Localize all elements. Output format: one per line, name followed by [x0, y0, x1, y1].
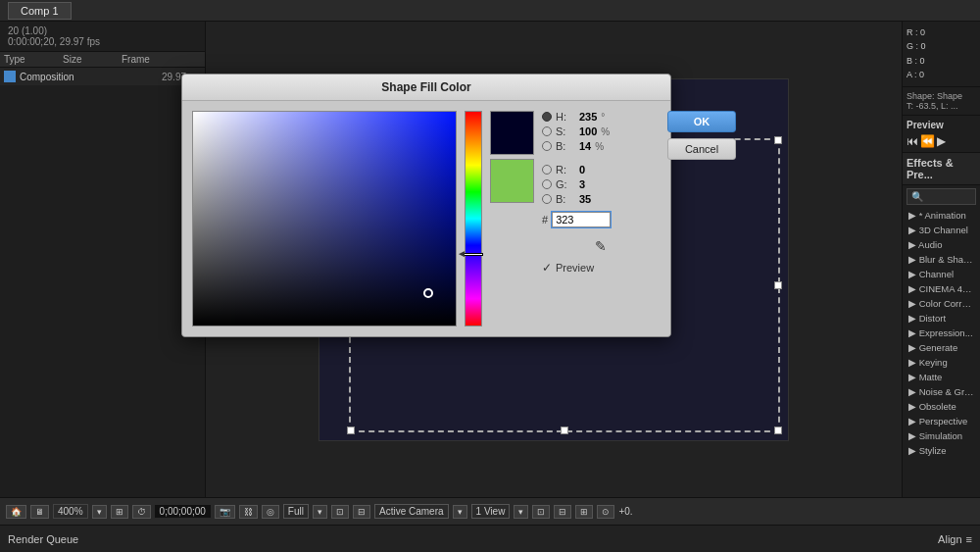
effects-search[interactable] [906, 188, 976, 205]
g-radio[interactable] [542, 179, 552, 189]
active-camera-selector[interactable]: Active Camera [374, 504, 449, 519]
b-label-dlg: B: [556, 193, 575, 205]
effects-item[interactable]: ▶ Channel [903, 267, 980, 281]
handle-bot-left[interactable] [347, 427, 355, 434]
effects-item[interactable]: ▶ Color Corre... [903, 296, 980, 311]
very-bottom-bar: Render Queue Align ≡ [0, 525, 980, 552]
zoom-display[interactable]: 400% [53, 504, 88, 519]
roi-btn[interactable]: ⊡ [331, 505, 349, 519]
file-icon [4, 71, 16, 82]
effects-list: ▶ * Animation▶ 3D Channel▶ Audio▶ Blur &… [903, 208, 980, 458]
effects-item[interactable]: ▶ Keying [903, 355, 980, 370]
r-label: R : [906, 27, 918, 37]
hex-input[interactable] [552, 212, 611, 227]
res-dropdown[interactable]: ▾ [313, 505, 327, 519]
zoom-dropdown[interactable]: ▾ [92, 505, 107, 519]
b-radio[interactable] [542, 194, 552, 204]
b-value: 35 [579, 193, 591, 205]
effects-item[interactable]: ▶ CINEMA 4D... [903, 281, 980, 296]
preview-back[interactable]: ⏪ [920, 134, 935, 148]
camera-btn[interactable]: 📷 [215, 505, 235, 519]
effects-label: Effects & Pre... [906, 157, 976, 180]
hue-arrow: ◄ [457, 248, 466, 259]
effects-item[interactable]: ▶ Audio [903, 237, 980, 252]
hue-slider[interactable] [465, 111, 482, 326]
home-btn[interactable]: 🏠 [6, 505, 26, 519]
timer-btn[interactable]: ⏱ [132, 505, 151, 519]
effects-item[interactable]: ▶ Distort [903, 311, 980, 326]
effects-item[interactable]: ▶ Perspective [903, 414, 980, 428]
preview-label: Preview [906, 120, 976, 130]
tb-icon4[interactable]: ⊞ [575, 505, 593, 519]
ok-button[interactable]: OK [667, 111, 736, 132]
tb-icon2[interactable]: ⊡ [532, 505, 550, 519]
preview-skip-back[interactable]: ⏮ [906, 134, 918, 148]
monitor-btn[interactable]: 🖥 [30, 505, 49, 519]
bri-unit: % [595, 141, 604, 152]
r-radio[interactable] [542, 165, 552, 175]
handle-mid-right[interactable] [774, 281, 782, 289]
left-panel: 20 (1.00) 0:00:00;20, 29.97 fps Type Siz… [0, 22, 206, 497]
gradient-canvas[interactable] [192, 111, 457, 326]
info-line2: 0:00:00;20, 29.97 fps [8, 36, 197, 47]
handle-bot-mid[interactable] [561, 427, 568, 434]
resolution-selector[interactable]: Full [283, 504, 309, 519]
col-frame-header: Frame [122, 54, 180, 65]
magnify-btn[interactable]: ⊞ [111, 505, 128, 519]
a-val: 0 [917, 70, 925, 79]
effects-item[interactable]: ▶ 3D Channel [903, 223, 980, 237]
shape-info: Shape: Shape T: -63.5, L: ... [903, 87, 980, 116]
effects-item[interactable]: ▶ Expression... [903, 326, 980, 340]
effects-header: Effects & Pre... [903, 153, 980, 185]
sat-label: S: [556, 125, 575, 137]
dialog-buttons: OK Cancel [667, 111, 736, 326]
a-label: A : [906, 70, 917, 79]
preview-section: Preview ⏮ ⏪ ▶ [903, 116, 980, 153]
extra-value: +0. [618, 506, 632, 517]
b-val: 0 [917, 56, 925, 66]
sat-unit: % [601, 126, 610, 137]
saturation-row: S: 100 % [542, 125, 660, 137]
comp-tab[interactable]: Comp 1 [8, 2, 72, 20]
effects-item[interactable]: ▶ * Animation [903, 208, 980, 223]
g-label: G : [906, 41, 918, 51]
file-list-item[interactable]: Composition 29.97 [0, 68, 205, 85]
tb-icon5[interactable]: ⊙ [597, 505, 614, 519]
effects-item[interactable]: ▶ Simulation [903, 428, 980, 443]
handle-top-right[interactable] [774, 136, 782, 144]
info-line1: 20 (1.00) [8, 25, 197, 36]
color-picker-dialog: Shape Fill Color ◄ H: [181, 74, 671, 337]
g-value: 3 [579, 178, 585, 190]
eyedropper-button[interactable]: ✎ [542, 238, 660, 254]
effects-item[interactable]: ▶ Stylize [903, 443, 980, 458]
link-btn[interactable]: ⛓ [239, 505, 258, 519]
sat-value: 100 [579, 125, 597, 137]
handle-bot-right[interactable] [774, 427, 782, 434]
file-list-header: Type Size Frame [0, 52, 205, 68]
tb-icon3[interactable]: ⊟ [554, 505, 571, 519]
gradient-picker[interactable] [192, 111, 457, 326]
quality-btn[interactable]: ◎ [262, 505, 279, 519]
hue-radio[interactable] [542, 112, 552, 122]
effects-item[interactable]: ▶ Noise & Gra... [903, 384, 980, 399]
camera-dropdown[interactable]: ▾ [453, 505, 467, 519]
view-selector[interactable]: 1 View [471, 504, 511, 519]
view-dropdown[interactable]: ▾ [514, 505, 528, 519]
sat-radio[interactable] [542, 126, 552, 136]
cancel-button[interactable]: Cancel [667, 138, 736, 160]
values-panel: H: 235 ° S: 100 % B: 14 % R: 0 [542, 111, 660, 326]
bri-radio[interactable] [542, 141, 552, 151]
file-name: Composition [20, 72, 162, 82]
current-color-swatch [490, 111, 534, 155]
preview-play[interactable]: ▶ [937, 134, 946, 148]
tb-icon1[interactable]: ⊟ [353, 505, 370, 519]
effects-item[interactable]: ▶ Obsolete [903, 399, 980, 414]
effects-item[interactable]: ▶ Blur & Sharp... [903, 252, 980, 267]
g-label-dlg: G: [556, 178, 575, 190]
hex-row: # [542, 212, 660, 227]
effects-item[interactable]: ▶ Matte [903, 370, 980, 384]
bri-label: B: [556, 140, 575, 152]
brightness-row: B: 14 % [542, 140, 660, 152]
hue-slider-container[interactable]: ◄ [465, 111, 482, 326]
effects-item[interactable]: ▶ Generate [903, 340, 980, 355]
